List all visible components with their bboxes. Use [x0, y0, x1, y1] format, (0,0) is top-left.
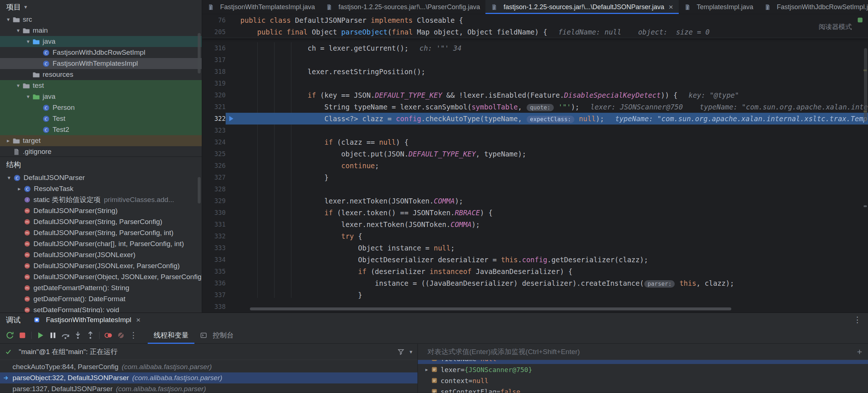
line-number[interactable]: 337 — [202, 289, 226, 301]
more-icon[interactable]: ⋮ — [127, 329, 140, 342]
editor-tab[interactable]: JTemplatesImpl.java — [679, 0, 759, 14]
more-icon[interactable]: ⋮ — [847, 315, 868, 325]
chevron-down-icon[interactable]: ▾ — [24, 93, 33, 100]
project-panel-header[interactable]: 项目 ▾ — [0, 0, 202, 14]
code-line[interactable]: 332 try { — [202, 230, 868, 242]
variable-row-context[interactable]: context = null — [418, 375, 868, 386]
project-tree-item-src[interactable]: ▾src — [0, 14, 202, 25]
structure-item[interactable]: mDefaultJSONParser(String, ParserConfig) — [0, 216, 202, 227]
stripe-mark[interactable] — [864, 205, 867, 207]
code-line[interactable]: 331 lexer.nextToken(JSONToken.COMMA); — [202, 219, 868, 230]
editor-tab[interactable]: JFastjsonWithTemplatesImpl.java — [202, 0, 320, 14]
frame-row[interactable]: checkAutoType:844, ParserConfig(com.alib… — [0, 361, 417, 372]
line-number[interactable]: 322 — [202, 113, 226, 125]
line-number[interactable]: 316 — [202, 42, 226, 54]
line-number[interactable]: 335 — [202, 266, 226, 277]
close-icon[interactable]: × — [136, 316, 140, 324]
structure-item[interactable]: mDefaultJSONParser(String, ParserConfig,… — [0, 227, 202, 238]
inspections-widget[interactable] — [858, 18, 862, 22]
code-line[interactable]: 318 lexer.resetStringPosition(); — [202, 66, 868, 77]
code-line[interactable]: 334 ObjectDeserializer deserializer = th… — [202, 254, 868, 266]
rerun-icon[interactable] — [4, 329, 16, 342]
project-scrollbar-thumb[interactable] — [198, 33, 201, 73]
project-tree-item-test[interactable]: CTest — [0, 113, 202, 124]
structure-item[interactable]: mDefaultJSONParser(JSONLexer) — [0, 249, 202, 260]
chevron-right-icon[interactable]: ▸ — [422, 367, 431, 372]
line-number[interactable]: 334 — [202, 254, 226, 266]
project-tree-item-test[interactable]: ▾test — [0, 80, 202, 91]
code-line[interactable]: 327 } — [202, 172, 868, 183]
chevron-down-icon[interactable]: ▾ — [409, 349, 412, 355]
code-line[interactable]: 317 — [202, 54, 868, 66]
debug-view-tab[interactable]: 线程和变量 — [148, 327, 194, 344]
stop-icon[interactable] — [16, 329, 29, 342]
code-line[interactable]: 320 if (key == JSON.DEFAULT_TYPE_KEY && … — [202, 89, 868, 101]
variable-row-lexer[interactable]: ▸lexer = {JSONScanner@750} — [418, 364, 868, 375]
structure-item[interactable]: mgetDateFormat(): DateFormat — [0, 293, 202, 304]
project-tree-item-fastjsonwithjdbcrowsetimpl[interactable]: CFastjsonWithJdbcRowSetImpl — [0, 47, 202, 58]
frame-row[interactable]: parse:1327, DefaultJSONParser(com.alibab… — [0, 383, 417, 393]
debug-session-tab[interactable]: FastjsonWithTemplatesImpl × — [29, 313, 145, 327]
chevron-down-icon[interactable]: ▾ — [24, 4, 27, 10]
chevron-down-icon[interactable]: ▾ — [24, 38, 33, 45]
line-number[interactable]: 326 — [202, 160, 226, 172]
structure-item[interactable]: ▾CDefaultJSONParser — [0, 172, 202, 183]
structure-item[interactable]: mDefaultJSONParser(JSONLexer, ParserConf… — [0, 260, 202, 271]
vertical-scrollbar[interactable] — [864, 48, 867, 122]
editor-tab[interactable]: JFastjsonWithJdbcRowSetImpl.java — [759, 0, 868, 14]
structure-panel-header[interactable]: 结构 — [0, 157, 202, 172]
line-number[interactable]: 330 — [202, 207, 226, 219]
code-line[interactable]: 76public class DefaultJSONParser impleme… — [202, 14, 868, 26]
code-line[interactable]: 316 ch = lexer.getCurrent();ch: '"' 34 — [202, 42, 868, 54]
project-tree-item-java[interactable]: ▾java — [0, 91, 202, 102]
chevron-down-icon[interactable]: ▾ — [14, 27, 23, 34]
view-breakpoints-icon[interactable] — [102, 329, 115, 342]
line-number[interactable]: 331 — [202, 219, 226, 230]
step-into-icon[interactable] — [72, 329, 84, 342]
editor-tab[interactable]: Jfastjson-1.2.25-sources.jar!\...\Defaul… — [485, 0, 678, 14]
structure-item[interactable]: istatic 类初始值设定项primitiveClasses.add... — [0, 194, 202, 205]
line-number[interactable]: 328 — [202, 183, 226, 195]
line-number[interactable]: 332 — [202, 230, 226, 242]
horizontal-scrollbar[interactable] — [250, 307, 731, 310]
line-number[interactable]: 321 — [202, 101, 226, 113]
structure-item[interactable]: msetDateFormat(String): void — [0, 304, 202, 313]
line-number[interactable]: 318 — [202, 66, 226, 77]
step-out-icon[interactable] — [84, 329, 97, 342]
mute-breakpoints-icon[interactable] — [115, 329, 127, 342]
thread-status-row[interactable]: "main"@1 在组"main": 正在运行 ▾ — [0, 344, 417, 360]
code-line[interactable]: 325 object.put(JSON.DEFAULT_TYPE_KEY, ty… — [202, 148, 868, 160]
project-tree-item-fastjsonwithtemplatesimpl[interactable]: CFastjsonWithTemplatesImpl — [0, 58, 202, 69]
chevron-right-icon[interactable]: ▸ — [15, 185, 24, 192]
line-number[interactable]: 336 — [202, 277, 226, 289]
structure-item[interactable]: mDefaultJSONParser(String) — [0, 205, 202, 216]
structure-scrollbar-thumb[interactable] — [198, 177, 201, 203]
project-tree-item-resources[interactable]: resources — [0, 69, 202, 80]
resume-icon[interactable] — [34, 329, 47, 342]
structure-item[interactable]: mgetDateFomartPattern(): String — [0, 282, 202, 293]
variable-row-fieldName[interactable]: fieldName = null — [418, 360, 868, 364]
code-line[interactable]: 335 if (deserializer instanceof JavaBean… — [202, 266, 868, 277]
debug-view-tab[interactable]: 控制台 — [194, 327, 240, 344]
structure-item[interactable]: mDefaultJSONParser(Object, JSONLexer, Pa… — [0, 271, 202, 282]
plus-icon[interactable]: + — [857, 347, 862, 357]
variable-row-setContextFlag[interactable]: setContextFlag = false — [418, 386, 868, 393]
code-line[interactable]: 326 continue; — [202, 160, 868, 172]
project-tree-item-test2[interactable]: CTest2 — [0, 124, 202, 135]
project-tree-item-person[interactable]: CPerson — [0, 102, 202, 113]
line-number[interactable]: 325 — [202, 148, 226, 160]
code-line[interactable]: 330 if (lexer.token() == JSONToken.RBRAC… — [202, 207, 868, 219]
line-number[interactable]: 323 — [202, 125, 226, 136]
project-tree-item--gitignore[interactable]: .gitignore — [0, 146, 202, 156]
code-line[interactable]: 336 instance = ((JavaBeanDeserializer) d… — [202, 277, 868, 289]
step-over-icon[interactable] — [59, 329, 72, 342]
line-number[interactable]: 76 — [202, 14, 226, 26]
code-line[interactable]: 319 — [202, 77, 868, 89]
chevron-right-icon[interactable]: ▸ — [4, 137, 13, 144]
code-line[interactable]: 337 } — [202, 289, 868, 301]
line-number[interactable]: 327 — [202, 172, 226, 183]
line-number[interactable]: 317 — [202, 54, 226, 66]
evaluate-expression-input[interactable] — [427, 348, 852, 356]
line-number[interactable]: 324 — [202, 136, 226, 148]
code-editor[interactable]: 316 ch = lexer.getCurrent();ch: '"' 3431… — [202, 14, 868, 313]
